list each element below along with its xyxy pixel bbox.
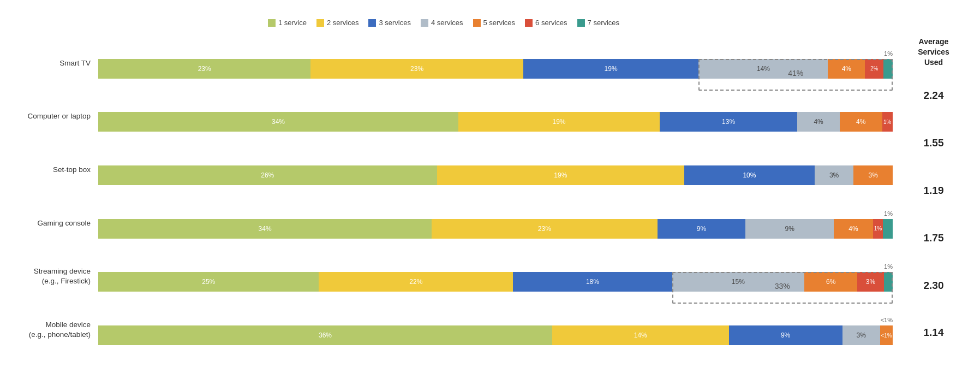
avg-val-2: 1.19 — [893, 185, 975, 197]
bar-segment-3-6 — [883, 219, 893, 239]
legend-swatch-5 — [473, 19, 481, 27]
row-label-0: Smart TV — [11, 58, 98, 68]
bar-segment-2-0: 26% — [98, 165, 437, 185]
row-label-3: Gaming console — [11, 218, 98, 228]
bar-segment-1-3: 4% — [797, 112, 840, 132]
pct-above-5: <1% — [881, 317, 893, 323]
avg-val-5: 1.14 — [893, 327, 975, 339]
bar-segment-1-1: 19% — [458, 112, 660, 132]
avg-val-1: 1.55 — [893, 137, 975, 149]
row-label-2: Set-top box — [11, 165, 98, 175]
bar-4: 25%22%18%15%6%3% — [98, 272, 893, 292]
avg-val-4: 2.30 — [893, 280, 975, 292]
bar-segment-3-2: 9% — [658, 219, 746, 239]
bar-segment-0-0: 23% — [98, 59, 310, 79]
legend-swatch-1 — [268, 19, 276, 27]
avg-col: AverageServicesUsed 2.241.551.191.752.30… — [893, 37, 975, 357]
bar-outer-0: 23%23%19%14%4%2%1%41% — [98, 48, 893, 79]
legend-label-3: 3 services — [379, 19, 411, 27]
bar-segment-2-2: 10% — [684, 165, 815, 185]
bar-0: 23%23%19%14%4%2% — [98, 59, 893, 79]
row-2: Set-top box26%19%10%3%3% — [11, 155, 893, 185]
avg-header: AverageServicesUsed — [918, 37, 949, 68]
legend-label-5: 5 services — [483, 19, 516, 27]
legend-label-1: 1 service — [278, 19, 307, 27]
bar-segment-0-3: 14% — [698, 59, 828, 79]
bar-segment-1-2: 13% — [660, 112, 797, 132]
bar-segment-2-4: 3% — [853, 165, 893, 185]
bar-segment-4-4: 6% — [804, 272, 857, 292]
bars-area: Smart TV23%23%19%14%4%2%1%41%Computer or… — [11, 37, 893, 357]
row-4: Streaming device(e.g., Firestick)25%22%1… — [11, 261, 893, 292]
pct-above-bracket-0: 1% — [884, 50, 893, 57]
bracket-label-4: 33% — [775, 282, 790, 291]
bar-outer-2: 26%19%10%3%3% — [98, 155, 893, 185]
bar-segment-5-4: <1% — [880, 325, 893, 345]
bar-segment-2-3: 3% — [815, 165, 854, 185]
legend-label-4: 4 services — [431, 19, 463, 27]
bar-1: 34%19%13%4%4%1% — [98, 112, 893, 132]
bar-segment-0-2: 19% — [523, 59, 699, 79]
bar-segment-3-1: 23% — [432, 219, 657, 239]
bar-segment-0-4: 4% — [828, 59, 865, 79]
bar-segment-4-6 — [884, 272, 893, 292]
bracket-label-0: 41% — [788, 69, 803, 78]
bar-segment-5-3: 3% — [842, 325, 880, 345]
legend-item-4: 4 services — [421, 19, 463, 27]
bar-2: 26%19%10%3%3% — [98, 165, 893, 185]
row-5: Mobile device(e.g., phone/tablet)<1%36%1… — [11, 315, 893, 345]
avg-values: 2.241.551.191.752.301.14 — [893, 72, 975, 357]
bar-segment-3-0: 34% — [98, 219, 432, 239]
row-3: Gaming console34%23%9%9%4%1%1% — [11, 208, 893, 239]
row-label-1: Computer or laptop — [11, 111, 98, 121]
bar-segment-5-1: 14% — [552, 325, 729, 345]
bar-segment-3-4: 4% — [834, 219, 873, 239]
bar-outer-5: <1%36%14%9%3%<1% — [98, 315, 893, 345]
bar-5: 36%14%9%3%<1% — [98, 325, 893, 345]
bar-segment-4-2: 18% — [513, 272, 672, 292]
bar-segment-1-0: 34% — [98, 112, 458, 132]
bar-segment-3-3: 9% — [745, 219, 834, 239]
row-0: Smart TV23%23%19%14%4%2%1%41% — [11, 48, 893, 79]
bar-segment-1-4: 4% — [840, 112, 882, 132]
row-label-4: Streaming device(e.g., Firestick) — [11, 266, 98, 286]
pct-above-bracket-4: 1% — [884, 263, 893, 270]
bar-segment-3-5: 1% — [873, 219, 883, 239]
legend-item-3: 3 services — [368, 19, 411, 27]
bar-segment-4-1: 22% — [319, 272, 513, 292]
bar-segment-0-1: 23% — [310, 59, 523, 79]
pct-above-3: 1% — [884, 210, 893, 217]
bar-outer-3: 34%23%9%9%4%1%1% — [98, 208, 893, 239]
bar-outer-1: 34%19%13%4%4%1% — [98, 101, 893, 132]
legend-label-6: 6 services — [535, 19, 567, 27]
avg-val-0: 2.24 — [893, 90, 975, 102]
legend-swatch-2 — [316, 19, 324, 27]
bar-segment-4-0: 25% — [98, 272, 319, 292]
legend-item-5: 5 services — [473, 19, 516, 27]
legend-swatch-7 — [577, 19, 585, 27]
legend-label-7: 7 services — [588, 19, 620, 27]
legend: 1 service2 services3 services4 services5… — [11, 19, 876, 27]
bar-3: 34%23%9%9%4%1% — [98, 219, 893, 239]
legend-swatch-6 — [525, 19, 533, 27]
row-label-5: Mobile device(e.g., phone/tablet) — [11, 320, 98, 340]
bar-segment-4-5: 3% — [857, 272, 884, 292]
bar-segment-5-0: 36% — [98, 325, 552, 345]
legend-swatch-4 — [421, 19, 428, 27]
row-1: Computer or laptop34%19%13%4%4%1% — [11, 101, 893, 132]
bar-segment-2-1: 19% — [437, 165, 685, 185]
legend-item-2: 2 services — [316, 19, 359, 27]
bar-segment-1-5: 1% — [882, 112, 893, 132]
bar-outer-4: 25%22%18%15%6%3%1%33% — [98, 261, 893, 292]
legend-swatch-3 — [368, 19, 376, 27]
legend-item-7: 7 services — [577, 19, 620, 27]
avg-val-3: 1.75 — [893, 232, 975, 244]
legend-item-6: 6 services — [525, 19, 567, 27]
bar-segment-0-5: 2% — [865, 59, 883, 79]
legend-label-2: 2 services — [327, 19, 359, 27]
legend-item-1: 1 service — [268, 19, 307, 27]
bar-segment-5-2: 9% — [729, 325, 842, 345]
chart-container: 1 service2 services3 services4 services5… — [0, 0, 980, 391]
bar-segment-0-6 — [883, 59, 893, 79]
